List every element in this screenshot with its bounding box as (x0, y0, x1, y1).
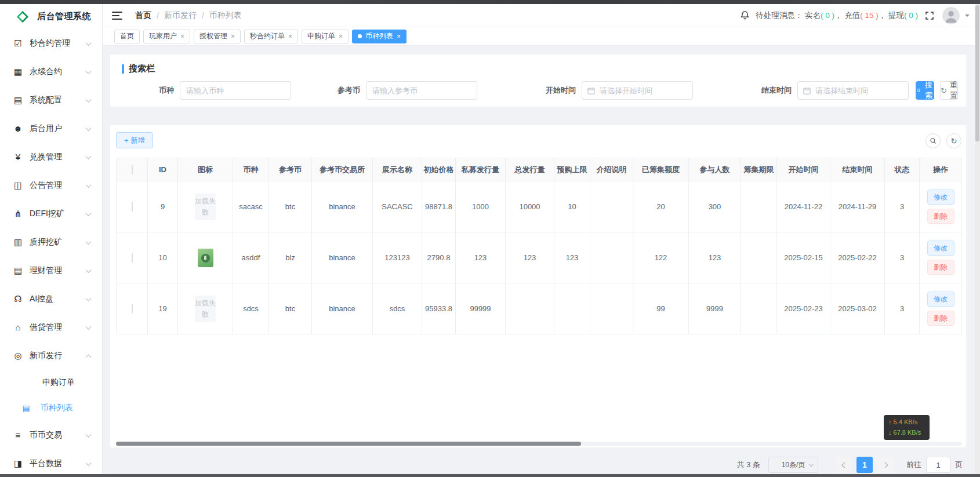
sidebar-item-label: 新币发行 (30, 351, 62, 361)
reset-button[interactable]: ↻ 重置 (940, 81, 958, 100)
chevron-down-icon (86, 460, 92, 466)
pagination-total: 共 3 条 (737, 460, 760, 470)
cell-coin: sdcs (233, 283, 269, 334)
close-icon[interactable]: × (288, 33, 292, 40)
close-icon[interactable]: × (180, 33, 184, 40)
row-checkbox[interactable] (132, 253, 133, 263)
sidebar-item-second-contract[interactable]: ☑秒合约管理 (0, 29, 102, 57)
sidebar-item-admin-users[interactable]: ☻后台用户 (0, 114, 102, 143)
select-all-checkbox[interactable] (132, 165, 133, 174)
start-time-input[interactable] (582, 82, 692, 99)
content: 搜索栏 币种参考币开始时间结束时间 搜索 ↻ 重置 + (103, 46, 966, 477)
column-display-name: 展示名称 (373, 158, 422, 181)
cell-ref-coin: blz (269, 232, 312, 283)
sidebar-item-platform-data[interactable]: ◨平台数据 (0, 449, 102, 477)
ref-coin-input[interactable] (366, 82, 477, 99)
cell-raised: 20 (633, 181, 689, 232)
breadcrumb: 首页/新币发行/币种列表 (135, 10, 242, 21)
sidebar-item-new-coin-issue[interactable]: ◎新币发行 (0, 341, 102, 370)
table-search-toggle-button[interactable] (925, 133, 941, 148)
broken-image-placeholder: 加载失败 (195, 296, 216, 322)
tab-second-contract-orders[interactable]: 秒合约订单× (244, 30, 298, 43)
column-start-time: 开始时间 (777, 158, 830, 181)
prev-page-button[interactable] (836, 457, 852, 473)
delete-button[interactable]: 删除 (927, 209, 954, 224)
column-init-price: 初始价格 (422, 158, 456, 181)
coin-input-box (180, 81, 291, 100)
breadcrumb-item[interactable]: 首页 (135, 10, 151, 21)
sidebar-item-defi-mining[interactable]: ⋔DEFI挖矿 (0, 199, 102, 228)
close-icon[interactable]: × (339, 33, 343, 40)
sidebar-item-subscription-orders[interactable]: 申购订单 (0, 370, 102, 395)
cell-id: 19 (148, 283, 178, 334)
row-checkbox[interactable] (132, 304, 133, 314)
delete-button[interactable]: 删除 (927, 311, 954, 326)
tab-coin-list[interactable]: 币种列表× (352, 30, 406, 43)
fullscreen-icon[interactable] (925, 11, 934, 20)
column-status: 状态 (885, 158, 920, 181)
notice-run: ( 15 ) (860, 11, 879, 20)
next-page-button[interactable] (877, 457, 894, 473)
close-icon[interactable]: × (231, 33, 235, 40)
delete-button[interactable]: 删除 (927, 260, 954, 275)
table-refresh-button[interactable]: ↻ (946, 133, 961, 148)
sidebar-item-lending[interactable]: ⌂借贷管理 (0, 313, 102, 341)
vertical-scrollbar-thumb[interactable] (975, 5, 979, 141)
sidebar-item-label: 后台用户 (30, 123, 62, 134)
goto-page-input[interactable] (926, 457, 950, 473)
cell-private-issue: 123 (456, 232, 506, 283)
cell-participants: 123 (689, 232, 741, 283)
row-checkbox[interactable] (132, 202, 133, 212)
ref-coin-input-box (366, 81, 477, 100)
bell-icon[interactable] (740, 10, 750, 20)
edit-button[interactable]: 修改 (927, 292, 954, 307)
chevron-down-icon (86, 432, 92, 438)
cell-exchange: binance (312, 181, 373, 232)
end-time-input[interactable] (798, 82, 908, 99)
sidebar-item-wealth-management[interactable]: ▤理财管理 (0, 256, 102, 285)
search-form: 币种参考币开始时间结束时间 搜索 ↻ 重置 (122, 81, 954, 100)
close-icon[interactable]: × (397, 33, 401, 40)
field-label: 币种 (159, 85, 174, 96)
collapse-menu-icon[interactable] (112, 12, 122, 20)
app-logo: 后台管理系统 (0, 4, 102, 29)
sidebar-item-spot-trading[interactable]: ≡币币交易 (0, 421, 102, 449)
page-size-select[interactable]: 10条/页 (768, 457, 818, 473)
cell-intro (590, 181, 633, 232)
edit-button[interactable]: 修改 (927, 190, 954, 205)
cell-actions: 修改删除 (920, 181, 962, 232)
sidebar-item-coin-list[interactable]: ▤币种列表 (0, 395, 102, 421)
notice-run: ( 0 ) (904, 11, 918, 20)
breadcrumb-item[interactable]: 新币发行 (164, 10, 197, 21)
sidebar-item-exchange-management[interactable]: ¥兑换管理 (0, 143, 102, 171)
table-row: 9加载失败sacascbtcbinanceSACASC98871.8100010… (117, 181, 962, 232)
sidebar-item-announcement[interactable]: ◫公告管理 (0, 171, 102, 199)
start-time-input-box (582, 81, 693, 100)
sidebar-item-label: 公告管理 (30, 180, 62, 191)
edit-button[interactable]: 修改 (927, 241, 954, 256)
tab-subscription-orders[interactable]: 申购订单× (302, 30, 349, 43)
avatar[interactable] (942, 7, 960, 24)
sidebar-item-ai-control[interactable]: ☊AI控盘 (0, 285, 102, 313)
tab-player-users[interactable]: 玩家用户× (143, 30, 190, 43)
pagination: 共 3 条 10条/页 1 前往 页 (110, 457, 966, 473)
add-button[interactable]: + 新增 (116, 132, 153, 148)
notice-run: ， 充值 (834, 11, 860, 20)
sidebar-item-perpetual-contract[interactable]: ▦永续合约 (0, 57, 102, 86)
contract-icon: ☑ (13, 38, 23, 49)
search-icon (916, 87, 921, 94)
notice-text: 待处理消息： 实名( 0 )， 充值( 15 )， 提现( 0 ) (756, 10, 918, 21)
cell-select (117, 181, 148, 232)
sidebar-item-staking-mining[interactable]: ▥质押挖矿 (0, 228, 102, 256)
search-button[interactable]: 搜索 (916, 81, 934, 100)
coin-input[interactable] (180, 82, 291, 99)
user-menu-caret-icon[interactable] (965, 14, 970, 19)
notice-run: ( 0 ) (821, 11, 834, 20)
cell-status: 3 (885, 181, 920, 232)
chevron-down-icon (86, 210, 92, 216)
tab-home[interactable]: 首页 (114, 30, 140, 43)
sidebar-item-system-config[interactable]: ▤系统配置 (0, 86, 102, 114)
page-1-button[interactable]: 1 (856, 457, 873, 473)
tab-auth-management[interactable]: 授权管理× (194, 30, 241, 43)
horizontal-scrollbar-thumb[interactable] (116, 442, 581, 446)
